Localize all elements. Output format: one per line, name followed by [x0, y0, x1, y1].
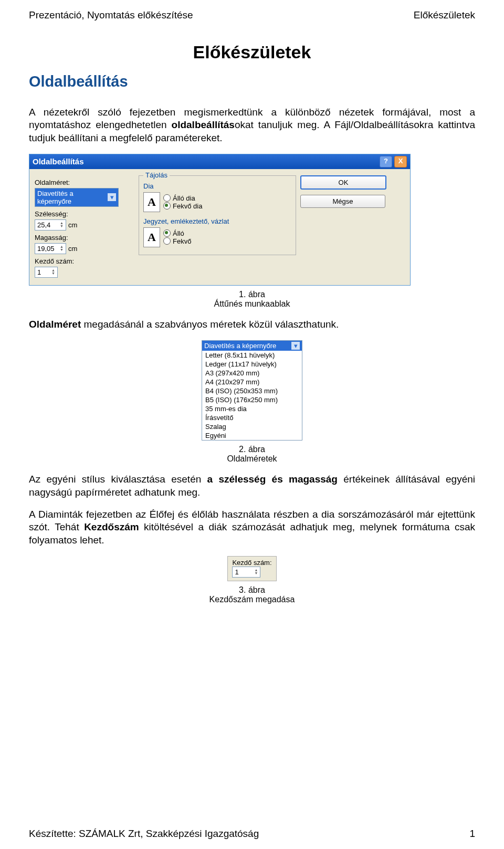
start-number-spinner[interactable]: 1 ▲▼ [35, 267, 58, 278]
p4-bold: Kezdőszám [84, 521, 139, 532]
ok-button[interactable]: OK [300, 175, 386, 190]
p3-a: Az egyéni stílus kiválasztása esetén [29, 474, 207, 485]
page-portrait-icon: A [143, 227, 160, 247]
radio-slide-landscape[interactable]: Fekvő dia [163, 202, 202, 210]
page-size-dropdown[interactable]: Diavetítés a képernyőre ▾ Letter (8.5x11… [202, 340, 302, 441]
page-number: 1 [469, 828, 475, 840]
page-size-combo[interactable]: Diavetítés a képernyőre ▾ [35, 188, 119, 207]
dropdown-option[interactable]: Ledger (11x17 hüvelyk) [202, 360, 302, 369]
spinner-arrows-icon: ▲▼ [60, 222, 64, 228]
chapter-heading: Előkészületek [29, 42, 475, 62]
label-start-number: Kezdő szám: [35, 257, 134, 265]
label-width: Szélesség: [35, 210, 134, 218]
caption-3: 3. ábra Kezdőszám megadása [29, 585, 475, 604]
page-footer: Készítette: SZÁMALK Zrt, Szakképzési Iga… [29, 828, 475, 840]
cancel-button[interactable]: Mégse [300, 195, 385, 208]
spinner-arrows-icon: ▲▼ [254, 569, 258, 575]
page-header: Prezentáció, Nyomtatás előkészítése Elők… [29, 9, 475, 21]
sublabel-notes: Jegyzet, emlékeztető, vázlat [143, 217, 291, 225]
dropdown-option[interactable]: Írásvetítő [202, 413, 302, 422]
chevron-down-icon: ▾ [108, 193, 116, 201]
dropdown-option[interactable]: Letter (8.5x11 hüvelyk) [202, 351, 302, 360]
unit-cm: cm [68, 221, 77, 229]
width-spinner[interactable]: 25,4 ▲▼ [35, 219, 66, 230]
caption-2: 2. ábra Oldalméretek [29, 445, 475, 464]
dropdown-option[interactable]: A3 (297x420 mm) [202, 369, 302, 378]
dropdown-option[interactable]: 35 mm-es dia [202, 404, 302, 413]
width-value: 25,4 [37, 221, 50, 229]
dropdown-option[interactable]: Szalag [202, 422, 302, 431]
page-size-value: Diavetítés a képernyőre [37, 190, 108, 205]
radio-icon [163, 194, 171, 202]
radio-icon [163, 202, 171, 209]
page-portrait-icon: A [143, 192, 160, 212]
unit-cm: cm [68, 245, 77, 253]
chevron-down-icon: ▾ [291, 342, 300, 350]
label-height: Magasság: [35, 234, 134, 242]
start-number-value: 1 [235, 568, 238, 576]
p3-bold: a szélesség és magasság [207, 474, 338, 485]
dropdown-option[interactable]: A4 (210x297 mm) [202, 378, 302, 386]
p2-bold: Oldalméret [29, 319, 81, 330]
radio-notes-landscape[interactable]: Fekvő [163, 237, 191, 245]
header-right: Előkészületek [414, 9, 475, 21]
radio-icon [163, 229, 171, 237]
radio-notes-portrait[interactable]: Álló [163, 229, 191, 237]
dropdown-option[interactable]: Egyéni [202, 431, 302, 440]
spinner-arrows-icon: ▲▼ [60, 245, 64, 251]
dropdown-selected[interactable]: Diavetítés a képernyőre ▾ [202, 341, 302, 351]
radio-icon [163, 237, 171, 245]
help-button[interactable]: ? [380, 156, 392, 167]
footer-left: Készítette: SZÁMALK Zrt, Szakképzési Iga… [29, 828, 259, 840]
height-value: 19,05 [37, 245, 55, 253]
header-left: Prezentáció, Nyomtatás előkészítése [29, 9, 193, 21]
p2-a: megadásánál a szabványos méretek közül v… [81, 319, 339, 330]
section-heading: Oldalbeállítás [29, 73, 475, 90]
spinner-arrows-icon: ▲▼ [51, 269, 55, 275]
start-number-value: 1 [37, 268, 41, 276]
paragraph-3: Az egyéni stílus kiválasztása esetén a s… [29, 473, 475, 499]
paragraph-2: Oldalméret megadásánál a szabványos mére… [29, 318, 475, 331]
page-setup-dialog: Oldalbeállítás ? X Oldalméret: Diavetíté… [29, 154, 411, 286]
label-start-number: Kezdő szám: [232, 559, 271, 567]
start-number-spinner[interactable]: 1 ▲▼ [232, 567, 260, 578]
dropdown-option[interactable]: B5 (ISO) (176x250 mm) [202, 395, 302, 404]
caption-1: 1. ábra Áttűnés munkaablak [29, 290, 475, 309]
p1-bold: oldalbeállítás [172, 119, 235, 130]
start-number-panel: Kezdő szám: 1 ▲▼ [227, 556, 276, 581]
sublabel-slide: Dia [143, 182, 291, 190]
orientation-fieldset: Tájolás Dia A Álló dia Fekvő dia Jegyzet… [139, 175, 296, 255]
legend-orientation: Tájolás [143, 171, 170, 179]
dropdown-option[interactable]: B4 (ISO) (250x353 mm) [202, 386, 302, 395]
dialog-titlebar[interactable]: Oldalbeállítás ? X [29, 154, 410, 169]
paragraph-4: A Diaminták fejezetben az Élőfej és élől… [29, 508, 475, 547]
dialog-title: Oldalbeállítás [33, 157, 84, 166]
height-spinner[interactable]: 19,05 ▲▼ [35, 243, 66, 254]
radio-slide-portrait[interactable]: Álló dia [163, 194, 202, 202]
label-page-size: Oldalméret: [35, 179, 134, 186]
paragraph-1: A nézetekről szóló fejezetben megismerke… [29, 106, 475, 144]
close-button[interactable]: X [394, 156, 407, 167]
